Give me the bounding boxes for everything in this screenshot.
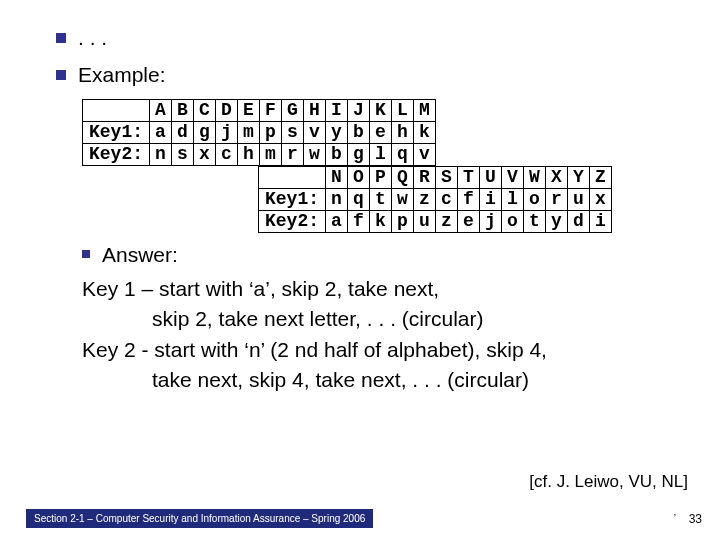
cipher-cell: e [458, 210, 480, 232]
cipher-cell: B [172, 99, 194, 121]
cipher-cell: c [436, 188, 458, 210]
cipher-cell: i [480, 188, 502, 210]
cipher-cell: x [194, 143, 216, 165]
cipher-cell: f [348, 210, 370, 232]
cipher-cell: g [194, 121, 216, 143]
row-label [259, 166, 326, 188]
cipher-cell: s [172, 143, 194, 165]
cipher-cell: q [392, 143, 414, 165]
citation: [cf. J. Leiwo, VU, NL] [529, 472, 688, 492]
cipher-cell: L [392, 99, 414, 121]
cipher-cell: X [546, 166, 568, 188]
cipher-cell: n [150, 143, 172, 165]
page-number: 33 [689, 512, 702, 526]
cipher-cell: q [348, 188, 370, 210]
cipher-cell: y [326, 121, 348, 143]
row-label: Key1: [83, 121, 150, 143]
cipher-cell: U [480, 166, 502, 188]
cipher-cell: P [370, 166, 392, 188]
cipher-cell: N [326, 166, 348, 188]
cipher-cell: a [150, 121, 172, 143]
answer-head: Answer: [102, 241, 178, 268]
bullet-example: Example: [56, 61, 684, 88]
row-label: Key2: [259, 210, 326, 232]
cipher-cell: Z [590, 166, 612, 188]
answer-line-1: Key 1 – start with ‘a’, skip 2, take nex… [82, 274, 684, 304]
bullet-example-text: Example: [78, 61, 166, 88]
cipher-cell: F [260, 99, 282, 121]
slide: . . . Example: ABCDEFGHIJKLMKey1:adgjmps… [0, 0, 720, 540]
sub-bullet-marker-icon [82, 250, 90, 258]
page-tick: ’ [674, 513, 676, 524]
cipher-cell: k [370, 210, 392, 232]
cipher-cell: w [392, 188, 414, 210]
answer-line-2: skip 2, take next letter, . . . (circula… [82, 304, 684, 334]
cipher-cell: A [150, 99, 172, 121]
cipher-cell: n [326, 188, 348, 210]
cipher-cell: r [546, 188, 568, 210]
cipher-table-1: ABCDEFGHIJKLMKey1:adgjmpsvybehkKey2:nsxc… [82, 99, 436, 166]
cipher-cell: O [348, 166, 370, 188]
cipher-cell: r [282, 143, 304, 165]
cipher-cell: W [524, 166, 546, 188]
cipher-cell: Q [392, 166, 414, 188]
cipher-cell: d [172, 121, 194, 143]
cipher-cell: v [304, 121, 326, 143]
cipher-cell: Y [568, 166, 590, 188]
cipher-cell: a [326, 210, 348, 232]
cipher-cell: i [590, 210, 612, 232]
cipher-cell: l [502, 188, 524, 210]
answer-bullet: Answer: [82, 241, 684, 268]
cipher-cell: y [546, 210, 568, 232]
cipher-cell: b [326, 143, 348, 165]
bullet-ellipsis-text: . . . [78, 24, 107, 51]
cipher-cell: c [216, 143, 238, 165]
cipher-cell: l [370, 143, 392, 165]
cipher-cell: z [436, 210, 458, 232]
cipher-cell: j [216, 121, 238, 143]
cipher-cell: u [568, 188, 590, 210]
bullet-marker-icon [56, 70, 66, 80]
cipher-cell: J [348, 99, 370, 121]
bullet-ellipsis: . . . [56, 24, 684, 51]
cipher-cell: R [414, 166, 436, 188]
cipher-cell: f [458, 188, 480, 210]
cipher-cell: z [414, 188, 436, 210]
cipher-tables: ABCDEFGHIJKLMKey1:adgjmpsvybehkKey2:nsxc… [82, 99, 684, 233]
bullet-marker-icon [56, 33, 66, 43]
cipher-cell: V [502, 166, 524, 188]
cipher-cell: E [238, 99, 260, 121]
cipher-cell: K [370, 99, 392, 121]
cipher-cell: o [524, 188, 546, 210]
cipher-cell: k [414, 121, 436, 143]
cipher-cell: m [260, 143, 282, 165]
cipher-cell: v [414, 143, 436, 165]
cipher-cell: e [370, 121, 392, 143]
cipher-cell: D [216, 99, 238, 121]
cipher-cell: o [502, 210, 524, 232]
cipher-cell: I [326, 99, 348, 121]
cipher-cell: m [238, 121, 260, 143]
cipher-cell: G [282, 99, 304, 121]
footer-bar: Section 2-1 – Computer Security and Info… [26, 509, 373, 528]
cipher-cell: S [436, 166, 458, 188]
cipher-cell: x [590, 188, 612, 210]
answer-body: Key 1 – start with ‘a’, skip 2, take nex… [82, 274, 684, 396]
cipher-table-2: NOPQRSTUVWXYZKey1:nqtwzcfiloruxKey2:afkp… [258, 166, 612, 233]
cipher-cell: w [304, 143, 326, 165]
cipher-cell: p [260, 121, 282, 143]
cipher-cell: M [414, 99, 436, 121]
cipher-cell: u [414, 210, 436, 232]
cipher-cell: h [238, 143, 260, 165]
row-label [83, 99, 150, 121]
cipher-cell: b [348, 121, 370, 143]
cipher-cell: H [304, 99, 326, 121]
cipher-cell: h [392, 121, 414, 143]
cipher-cell: t [370, 188, 392, 210]
cipher-cell: g [348, 143, 370, 165]
cipher-cell: t [524, 210, 546, 232]
answer-line-4: take next, skip 4, take next, . . . (cir… [82, 365, 684, 395]
cipher-cell: C [194, 99, 216, 121]
cipher-cell: d [568, 210, 590, 232]
row-label: Key1: [259, 188, 326, 210]
